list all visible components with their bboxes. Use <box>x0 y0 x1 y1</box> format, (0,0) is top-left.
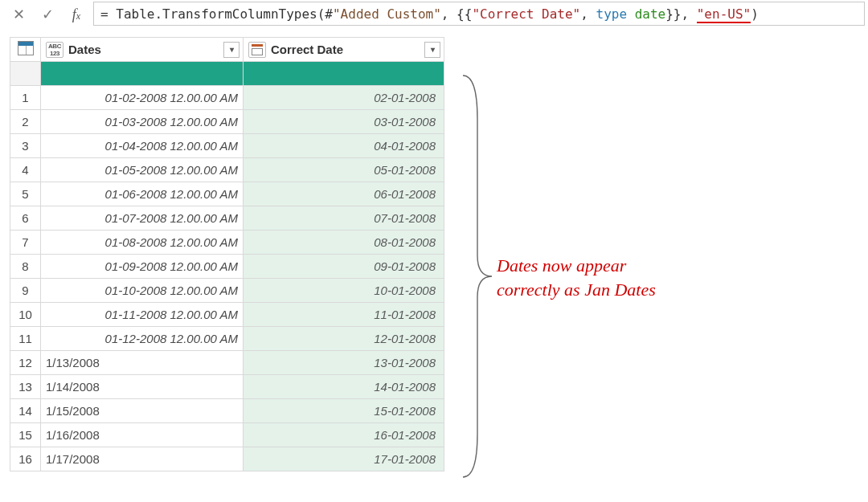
cell-correct-date[interactable]: 02-01-2008 <box>244 86 444 110</box>
formula-open: (# <box>317 6 333 22</box>
row-number[interactable]: 8 <box>10 255 41 279</box>
row-number[interactable]: 9 <box>10 279 41 303</box>
row-number[interactable]: 11 <box>10 327 41 351</box>
cell-correct-date[interactable]: 06-01-2008 <box>244 182 444 206</box>
cell-dates[interactable]: 01-08-2008 12.00.00 AM <box>41 231 244 255</box>
cell-dates[interactable]: 1/14/2008 <box>41 375 244 399</box>
row-number[interactable]: 1 <box>10 86 41 110</box>
table-row[interactable]: 101-02-2008 12.00.00 AM02-01-2008 <box>10 86 444 110</box>
column-header-correct-date[interactable]: Correct Date ▾ <box>244 38 444 62</box>
formula-bar: ✕ ✓ fx = Table.TransformColumnTypes(#"Ad… <box>0 0 868 29</box>
cell-dates[interactable]: 01-02-2008 12.00.00 AM <box>41 86 244 110</box>
formula-fn: Table.TransformColumnTypes <box>116 6 317 22</box>
cell-dates[interactable]: 01-06-2008 12.00.00 AM <box>41 182 244 206</box>
table-row[interactable]: 201-03-2008 12.00.00 AM03-01-2008 <box>10 110 444 134</box>
table-row[interactable]: 151/16/200816-01-2008 <box>10 423 444 447</box>
row-number[interactable]: 10 <box>10 303 41 327</box>
cell-correct-date[interactable]: 05-01-2008 <box>244 158 444 182</box>
cell-correct-date[interactable]: 10-01-2008 <box>244 279 444 303</box>
cell-correct-date[interactable]: 13-01-2008 <box>244 351 444 375</box>
cell-dates[interactable]: 1/16/2008 <box>41 423 244 447</box>
cell-correct-date[interactable]: 08-01-2008 <box>244 231 444 255</box>
cell-dates[interactable]: 01-10-2008 12.00.00 AM <box>41 279 244 303</box>
brace-icon <box>457 71 497 488</box>
table-row[interactable]: 161/17/200817-01-2008 <box>10 447 444 471</box>
cell-correct-date[interactable]: 04-01-2008 <box>244 134 444 158</box>
formula-step: "Added Custom" <box>333 6 441 22</box>
cell-dates[interactable]: 01-11-2008 12.00.00 AM <box>41 303 244 327</box>
table-row[interactable]: 401-05-2008 12.00.00 AM05-01-2008 <box>10 158 444 182</box>
annotation-text: Dates now appear correctly as Jan Dates <box>497 254 656 301</box>
cell-correct-date[interactable]: 12-01-2008 <box>244 327 444 351</box>
formula-mid3: }}, <box>665 6 697 22</box>
row-number[interactable]: 16 <box>10 447 41 471</box>
table-corner[interactable] <box>10 38 41 62</box>
column-dropdown-icon[interactable]: ▾ <box>424 42 440 58</box>
row-number[interactable]: 2 <box>10 110 41 134</box>
formula-col: "Correct Date" <box>472 6 580 22</box>
row-number[interactable]: 3 <box>10 134 41 158</box>
data-table: ABC123 Dates ▾ Correct Date ▾ 1 <box>10 37 444 471</box>
column-dropdown-icon[interactable]: ▾ <box>223 42 240 58</box>
row-number[interactable]: 12 <box>10 351 41 375</box>
formula-locale: "en-US" <box>697 6 751 22</box>
formula-mid2: , <box>580 6 596 22</box>
cell-correct-date[interactable]: 16-01-2008 <box>244 423 444 447</box>
row-number[interactable]: 6 <box>10 206 41 231</box>
table-row[interactable]: 701-08-2008 12.00.00 AM08-01-2008 <box>10 231 444 255</box>
cell-correct-date[interactable]: 09-01-2008 <box>244 255 444 279</box>
row-number[interactable]: 15 <box>10 423 41 447</box>
table-icon <box>18 41 34 55</box>
table-row[interactable]: 1101-12-2008 12.00.00 AM12-01-2008 <box>10 327 444 351</box>
cell-dates[interactable]: 01-05-2008 12.00.00 AM <box>41 158 244 182</box>
row-number[interactable]: 7 <box>10 231 41 255</box>
cell-correct-date[interactable]: 07-01-2008 <box>244 206 444 231</box>
fx-label: fx <box>64 2 88 27</box>
date-type-icon[interactable] <box>248 42 266 58</box>
cell-correct-date[interactable]: 14-01-2008 <box>244 375 444 399</box>
annotation: Dates now appear correctly as Jan Dates <box>457 71 842 488</box>
column-label: Dates <box>68 43 101 56</box>
formula-input[interactable]: = Table.TransformColumnTypes(#"Added Cus… <box>93 2 865 26</box>
table-row[interactable]: 801-09-2008 12.00.00 AM09-01-2008 <box>10 255 444 279</box>
table-row[interactable]: 141/15/200815-01-2008 <box>10 399 444 423</box>
table-row[interactable]: 131/14/200814-01-2008 <box>10 375 444 399</box>
cell-correct-date[interactable]: 15-01-2008 <box>244 399 444 423</box>
cell-dates[interactable]: 01-09-2008 12.00.00 AM <box>41 255 244 279</box>
cell-dates[interactable]: 01-12-2008 12.00.00 AM <box>41 327 244 351</box>
formula-mid1: , {{ <box>441 6 473 22</box>
cell-dates[interactable]: 1/15/2008 <box>41 399 244 423</box>
cell-correct-date[interactable]: 17-01-2008 <box>244 447 444 471</box>
cell-dates[interactable]: 01-07-2008 12.00.00 AM <box>41 206 244 231</box>
cell-correct-date[interactable]: 11-01-2008 <box>244 303 444 327</box>
column-label: Correct Date <box>271 43 343 56</box>
formula-date-kw: date <box>635 6 666 22</box>
cancel-formula-button[interactable]: ✕ <box>6 2 31 27</box>
cell-dates[interactable]: 01-03-2008 12.00.00 AM <box>41 110 244 134</box>
row-number[interactable]: 13 <box>10 375 41 399</box>
table-row[interactable]: 121/13/200813-01-2008 <box>10 351 444 375</box>
row-number[interactable]: 14 <box>10 399 41 423</box>
formula-type-kw: type <box>596 6 628 22</box>
table-row[interactable]: 301-04-2008 12.00.00 AM04-01-2008 <box>10 134 444 158</box>
column-header-dates[interactable]: ABC123 Dates ▾ <box>41 38 244 62</box>
table-row[interactable]: 501-06-2008 12.00.00 AM06-01-2008 <box>10 182 444 206</box>
cell-dates[interactable]: 01-04-2008 12.00.00 AM <box>41 134 244 158</box>
formula-eq: = <box>100 6 116 22</box>
cell-correct-date[interactable]: 03-01-2008 <box>244 110 444 134</box>
table-row[interactable]: 901-10-2008 12.00.00 AM10-01-2008 <box>10 279 444 303</box>
any-type-icon[interactable]: ABC123 <box>46 42 63 58</box>
row-number[interactable]: 5 <box>10 182 41 206</box>
table-row[interactable]: 601-07-2008 12.00.00 AM07-01-2008 <box>10 206 444 231</box>
table-row[interactable]: 1001-11-2008 12.00.00 AM11-01-2008 <box>10 303 444 327</box>
formula-close: ) <box>751 6 759 22</box>
accept-formula-button[interactable]: ✓ <box>35 2 59 27</box>
row-number[interactable]: 4 <box>10 158 41 182</box>
cell-dates[interactable]: 1/13/2008 <box>41 351 244 375</box>
cell-dates[interactable]: 1/17/2008 <box>41 447 244 471</box>
